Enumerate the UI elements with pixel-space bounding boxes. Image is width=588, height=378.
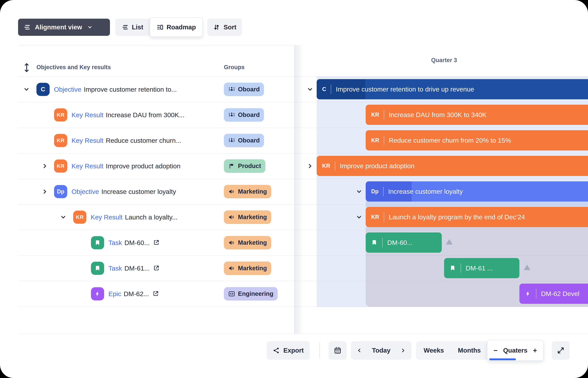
row-title: DM-61...	[124, 264, 150, 272]
task-badge	[91, 236, 104, 249]
tab-roadmap[interactable]: Roadmap	[150, 18, 203, 37]
fullscreen-button[interactable]	[552, 341, 570, 360]
zoom-option-weeks[interactable]: Weeks	[416, 347, 452, 354]
timeline-bar-objective[interactable]: Dp Increase customer loyalty	[366, 181, 588, 202]
bar-divider	[335, 161, 335, 171]
milestone-marker[interactable]	[446, 239, 453, 244]
group-chip[interactable]: Marketing	[224, 210, 271, 224]
timeline-bar-key-result[interactable]: KR Improve product adoption	[317, 156, 588, 176]
timeline-bar-key-result[interactable]: KR Reduce customer churn from 20% to 15%	[366, 130, 588, 150]
task-badge	[91, 262, 104, 275]
type-link[interactable]: Key Result	[71, 137, 103, 144]
bolt-icon	[94, 290, 101, 297]
list-icon	[122, 24, 129, 31]
type-link[interactable]: Epic	[108, 290, 121, 297]
type-link[interactable]: Objective	[54, 86, 81, 93]
alignment-view-button[interactable]: Alignment view	[18, 19, 110, 36]
alignment-view-label: Alignment view	[35, 24, 82, 31]
group-chip[interactable]: Oboard	[224, 108, 264, 122]
table-row[interactable]: KR Key ResultReduce customer churn... Ob…	[0, 128, 294, 153]
bookmark-icon	[449, 265, 456, 271]
bar-divider	[384, 135, 384, 145]
group-chip[interactable]: Marketing	[224, 185, 271, 198]
collapse-chevron-icon[interactable]	[23, 86, 30, 93]
timeline-bar-epic[interactable]: DM-62 Devel	[519, 284, 588, 304]
table-row[interactable]: KR Key ResultIncrease DAU from 300K... O…	[0, 102, 294, 128]
external-link-icon[interactable]	[152, 290, 159, 297]
roadmap-icon	[156, 24, 164, 31]
bar-badge: KR	[371, 137, 379, 144]
expand-chevron-icon[interactable]	[41, 188, 48, 195]
export-button[interactable]: Export	[266, 341, 310, 360]
sort-button[interactable]: Sort	[207, 19, 242, 36]
group-chip-label: Oboard	[238, 137, 260, 144]
group-chip-label: Engineering	[238, 290, 273, 297]
type-link[interactable]: Key Result	[91, 213, 123, 221]
bar-badge: C	[322, 86, 326, 93]
group-chip[interactable]: Marketing	[224, 236, 271, 249]
bar-divider	[536, 289, 536, 298]
group-chip[interactable]: Engineering	[224, 287, 278, 301]
column-header-groups: Groups	[224, 64, 245, 70]
group-chip-label: Oboard	[238, 86, 260, 93]
calendar-icon	[334, 346, 342, 355]
type-link[interactable]: Objective	[71, 188, 99, 195]
timeline-bar-key-result[interactable]: KR Launch a loyalty program by the end o…	[366, 207, 588, 227]
external-link-icon[interactable]	[153, 239, 160, 246]
timeline-bar-task[interactable]: DM-61 ...	[444, 258, 519, 278]
type-link[interactable]: Task	[108, 239, 122, 246]
timeline-bar-task[interactable]: DM-60...	[366, 232, 442, 253]
expand-chevron-icon[interactable]	[41, 162, 48, 170]
bar-label: DM-60...	[387, 239, 413, 246]
row-title: DM-60...	[124, 239, 150, 246]
table-bottom-border	[18, 334, 588, 334]
zoom-option-months[interactable]: Months	[452, 347, 487, 354]
type-link[interactable]: Key Result	[71, 111, 103, 119]
footer-divider	[319, 342, 320, 359]
group-chip[interactable]: Oboard	[224, 83, 264, 96]
bar-label: Improve customer retention to drive up r…	[336, 86, 474, 93]
group-chip-label: Oboard	[238, 111, 260, 118]
objective-badge: C	[36, 83, 50, 96]
chevron-right-icon[interactable]	[400, 347, 406, 353]
column-sort-icon[interactable]	[23, 62, 31, 73]
zoom-out-button[interactable]: −	[493, 346, 498, 355]
table-row[interactable]: KR Key ResultImprove product adoption Pr…	[0, 153, 294, 179]
table-row[interactable]: EpicDM-62... Engineering	[0, 281, 294, 307]
table-row[interactable]: KR Key ResultLaunch a loyalty... Marketi…	[0, 204, 294, 230]
panel-divider-shadow	[295, 45, 304, 334]
type-link[interactable]: Key Result	[71, 162, 103, 170]
type-link[interactable]: Task	[108, 264, 122, 272]
megaphone-icon	[228, 188, 235, 195]
collapse-chevron-icon[interactable]	[307, 86, 314, 93]
tab-list[interactable]: List	[115, 19, 150, 36]
table-row[interactable]: TaskDM-61... Marketing	[0, 256, 294, 281]
group-chip[interactable]: Marketing	[224, 262, 271, 275]
table-row[interactable]: C ObjectiveImprove customer retention to…	[0, 77, 294, 102]
bar-divider	[383, 187, 384, 196]
zoom-quarters-label: Quaters	[503, 347, 528, 354]
timeline-bar-key-result[interactable]: KR Increase DAU from 300K to 340K	[366, 105, 588, 125]
timeline-bar-objective[interactable]: C Improve customer retention to drive up…	[317, 79, 588, 99]
group-chip[interactable]: Oboard	[224, 134, 264, 147]
row-title: Increase customer loyalty	[101, 188, 176, 195]
row-title: DM-62...	[124, 290, 149, 297]
table-row[interactable]: TaskDM-60... Marketing	[0, 230, 294, 256]
calendar-button[interactable]	[329, 341, 347, 360]
collapse-chevron-icon[interactable]	[356, 214, 363, 221]
bookmark-icon	[94, 265, 101, 272]
collapse-chevron-icon[interactable]	[60, 214, 67, 221]
zoom-in-button[interactable]: +	[533, 346, 537, 355]
external-link-icon[interactable]	[153, 265, 160, 271]
collapse-chevron-icon[interactable]	[356, 188, 363, 195]
key-result-badge: KR	[73, 211, 86, 224]
group-chip[interactable]: Product	[224, 159, 265, 173]
flag-icon	[228, 162, 235, 170]
today-button[interactable]: Today	[372, 347, 391, 354]
bar-badge: KR	[371, 112, 379, 118]
expand-chevron-icon[interactable]	[307, 162, 314, 170]
table-row[interactable]: Dp ObjectiveIncrease customer loyalty Ma…	[0, 179, 294, 204]
zoom-option-quarters[interactable]: − Quaters +	[487, 340, 544, 361]
milestone-marker[interactable]	[524, 265, 531, 270]
chevron-left-icon[interactable]	[356, 347, 362, 353]
